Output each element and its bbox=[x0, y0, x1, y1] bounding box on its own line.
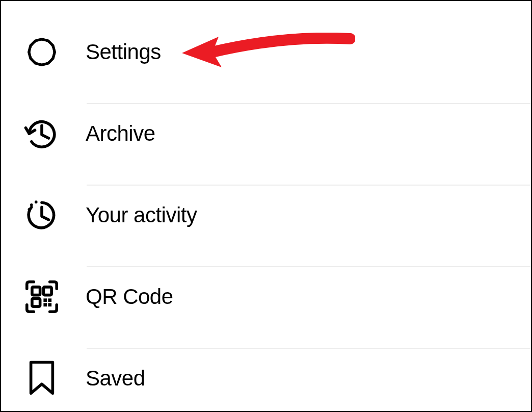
svg-rect-11 bbox=[48, 303, 51, 306]
menu-item-label: Your activity bbox=[86, 203, 197, 227]
svg-point-3 bbox=[30, 203, 33, 207]
divider bbox=[87, 348, 531, 349]
svg-rect-7 bbox=[32, 298, 40, 306]
svg-rect-8 bbox=[43, 298, 47, 302]
menu-item-archive[interactable]: Archive bbox=[1, 93, 531, 174]
bookmark-icon bbox=[22, 359, 61, 398]
menu-item-label: Archive bbox=[86, 121, 155, 146]
divider bbox=[87, 103, 531, 104]
gear-icon bbox=[22, 33, 61, 71]
menu-item-your-activity[interactable]: Your activity bbox=[1, 174, 531, 256]
menu-item-label: QR Code bbox=[86, 285, 173, 309]
activity-icon bbox=[22, 196, 61, 235]
qr-code-icon bbox=[22, 277, 61, 316]
svg-rect-10 bbox=[43, 303, 47, 306]
menu-frame: Settings Archive bbox=[0, 0, 532, 412]
svg-rect-6 bbox=[43, 287, 51, 295]
menu-item-settings[interactable]: Settings bbox=[1, 11, 531, 93]
svg-rect-5 bbox=[32, 287, 40, 295]
divider bbox=[87, 185, 531, 186]
menu-item-label: Saved bbox=[86, 366, 145, 391]
menu-list: Settings Archive bbox=[1, 11, 531, 412]
svg-point-2 bbox=[28, 208, 31, 211]
svg-point-4 bbox=[35, 200, 38, 203]
history-icon bbox=[22, 114, 61, 153]
svg-rect-9 bbox=[48, 298, 51, 302]
divider bbox=[87, 266, 531, 267]
svg-point-1 bbox=[31, 41, 53, 63]
menu-item-qr-code[interactable]: QR Code bbox=[1, 256, 531, 338]
menu-item-label: Settings bbox=[86, 40, 161, 64]
